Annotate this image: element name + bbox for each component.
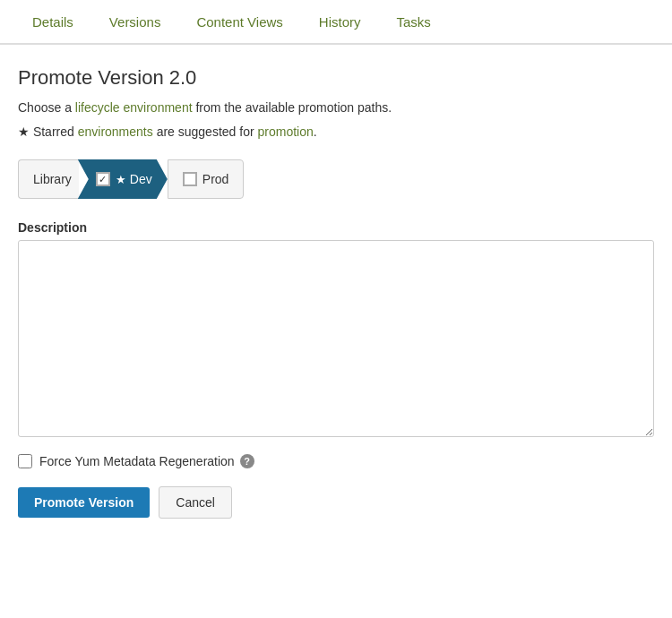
tab-history[interactable]: History — [301, 2, 379, 44]
dev-star: ★ — [116, 173, 126, 186]
help-icon[interactable]: ? — [240, 454, 254, 468]
env-library[interactable]: Library — [18, 159, 79, 199]
promote-version-button[interactable]: Promote Version — [18, 487, 150, 518]
description-text: Choose a lifecycle environment from the … — [18, 99, 654, 117]
description-label: Description — [18, 220, 654, 235]
description-textarea[interactable] — [18, 240, 654, 437]
force-yum-checkbox[interactable] — [18, 454, 32, 468]
promotion-link: promotion — [258, 124, 314, 139]
environments-link: environments — [78, 124, 153, 139]
prod-checkbox[interactable] — [183, 172, 197, 186]
env-dev[interactable]: ★ Dev — [78, 159, 168, 199]
force-yum-row: Force Yum Metadata Regeneration ? — [18, 454, 654, 468]
buttons-row: Promote Version Cancel — [18, 486, 654, 519]
prod-label: Prod — [202, 172, 229, 186]
env-prod[interactable]: Prod — [168, 159, 245, 199]
main-content: Promote Version 2.0 Choose a lifecycle e… — [0, 45, 672, 540]
tab-versions[interactable]: Versions — [91, 2, 179, 44]
page-title: Promote Version 2.0 — [18, 66, 654, 90]
force-yum-label: Force Yum Metadata Regeneration — [39, 454, 235, 468]
starred-note: ★ Starred environments are suggested for… — [18, 123, 654, 142]
tab-content-views[interactable]: Content Views — [178, 2, 300, 44]
tabs-bar: Details Versions Content Views History T… — [0, 0, 672, 45]
lifecycle-path: Library ★ Dev Prod — [18, 159, 654, 199]
library-label: Library — [33, 172, 72, 186]
dev-checkbox[interactable] — [96, 172, 110, 186]
tab-tasks[interactable]: Tasks — [379, 2, 449, 44]
cancel-button[interactable]: Cancel — [159, 486, 232, 519]
lifecycle-link: lifecycle environment — [75, 100, 193, 115]
tab-details[interactable]: Details — [14, 2, 91, 44]
dev-label: Dev — [130, 172, 152, 186]
